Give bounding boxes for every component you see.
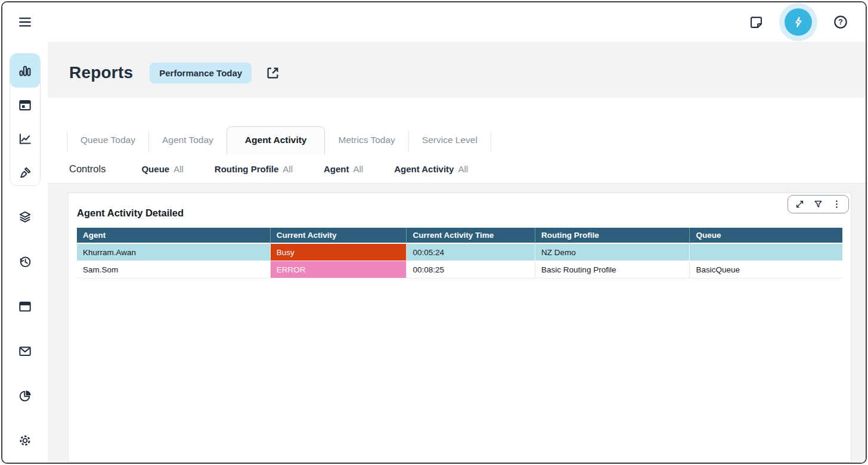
filter-agent-activity[interactable]: Agent Activity All — [394, 164, 468, 174]
svg-text:?: ? — [838, 18, 842, 26]
history-icon — [17, 254, 33, 269]
agent-activity-table: Agent Current Activity Current Activity … — [77, 228, 842, 278]
tabs-panel: Queue Today Agent Today Agent Activity M… — [48, 98, 866, 184]
status-badge: ERROR — [271, 261, 407, 278]
top-bar: ? — [2, 2, 866, 42]
app-window: ? — [1, 1, 867, 464]
tab-metrics-today[interactable]: Metrics Today — [325, 127, 408, 154]
report-title: Agent Activity Detailed — [77, 207, 842, 219]
agent-cell: Khurram.Awan — [77, 244, 271, 261]
activity-time-cell: 00:05:24 — [407, 244, 535, 261]
agent-cell: Sam.Som — [77, 261, 271, 278]
browser-window-icon — [17, 299, 33, 314]
sidebar-item-metrics[interactable] — [10, 122, 40, 156]
flash-button[interactable] — [785, 8, 812, 36]
filter-routing-profile[interactable]: Routing Profile All — [215, 164, 293, 174]
routing-profile-cell: NZ Demo — [535, 244, 690, 261]
controls-bar: Controls Queue All Routing Profile All A… — [48, 154, 866, 184]
sidebar-item-reports[interactable] — [10, 54, 40, 88]
filter-icon[interactable] — [813, 199, 823, 209]
filter-value: All — [173, 164, 184, 174]
customize-icon — [17, 165, 33, 181]
report-card: Agent Activity Detailed Agent Current Ac… — [68, 193, 851, 463]
filter-queue[interactable]: Queue All — [141, 164, 183, 174]
filter-name: Routing Profile — [215, 164, 279, 174]
line-chart-icon — [17, 131, 33, 147]
kebab-menu-icon[interactable] — [832, 199, 842, 209]
report-badge: Performance Today — [150, 63, 252, 83]
calendar-icon — [17, 97, 33, 113]
filter-value: All — [283, 164, 293, 174]
left-sidebar — [2, 42, 48, 463]
queue-cell: BasicQueue — [690, 261, 842, 278]
sidebar-item-analytics[interactable] — [10, 373, 41, 418]
table-row: Sam.Som ERROR 00:08:25 Basic Routing Pro… — [77, 261, 842, 278]
filter-name: Queue — [141, 164, 169, 174]
routing-profile-cell: Basic Routing Profile — [535, 261, 690, 278]
table-row: Khurram.Awan Busy 00:05:24 NZ Demo — [77, 244, 842, 261]
tab-separator — [491, 131, 491, 152]
filter-name: Agent — [324, 164, 349, 174]
sidebar-reports-group — [10, 53, 41, 186]
hamburger-menu-icon[interactable] — [17, 14, 33, 30]
card-toolbar — [788, 195, 849, 213]
filter-value: All — [353, 164, 363, 174]
queue-cell — [690, 244, 842, 261]
settings-icon — [17, 433, 33, 448]
note-icon[interactable] — [748, 14, 764, 30]
controls-label: Controls — [69, 163, 106, 175]
page-title: Reports — [69, 63, 133, 82]
column-header-routing-profile[interactable]: Routing Profile — [535, 228, 690, 244]
tab-agent-activity[interactable]: Agent Activity — [227, 126, 326, 155]
expand-icon[interactable] — [795, 199, 805, 209]
status-badge: Busy — [271, 244, 407, 261]
sidebar-item-history[interactable] — [10, 239, 41, 284]
external-link-icon[interactable] — [265, 65, 281, 81]
column-header-current-activity[interactable]: Current Activity — [271, 228, 407, 244]
sidebar-item-mail[interactable] — [10, 328, 41, 373]
bar-chart-icon — [17, 63, 33, 79]
mail-icon — [17, 343, 33, 359]
help-icon[interactable]: ? — [832, 14, 849, 30]
activity-time-cell: 00:08:25 — [407, 261, 535, 278]
topbar-actions: ? — [748, 8, 849, 36]
pie-chart-icon — [17, 388, 33, 404]
tab-queue-today[interactable]: Queue Today — [67, 127, 148, 154]
table-header-row: Agent Current Activity Current Activity … — [77, 228, 842, 244]
tab-agent-today[interactable]: Agent Today — [149, 127, 227, 154]
filter-value: All — [458, 164, 468, 174]
column-header-queue[interactable]: Queue — [690, 228, 842, 244]
sidebar-item-settings[interactable] — [10, 418, 41, 463]
tab-service-level[interactable]: Service Level — [409, 127, 491, 154]
sidebar-item-customize[interactable] — [10, 156, 40, 186]
column-header-agent[interactable]: Agent — [77, 228, 271, 244]
sidebar-secondary-items — [10, 194, 41, 463]
content-area: Agent Activity Detailed Agent Current Ac… — [48, 184, 866, 463]
layers-icon — [17, 209, 33, 225]
column-header-current-activity-time[interactable]: Current Activity Time — [407, 228, 535, 244]
sidebar-item-layers[interactable] — [10, 194, 41, 239]
sidebar-item-schedule[interactable] — [10, 88, 40, 122]
main-content: Reports Performance Today Queue Today Ag… — [48, 42, 866, 463]
page-header: Reports Performance Today — [48, 42, 866, 98]
sidebar-item-window[interactable] — [10, 284, 41, 328]
tab-bar: Queue Today Agent Today Agent Activity M… — [48, 98, 866, 154]
filter-name: Agent Activity — [394, 164, 454, 174]
filter-agent[interactable]: Agent All — [324, 164, 363, 174]
